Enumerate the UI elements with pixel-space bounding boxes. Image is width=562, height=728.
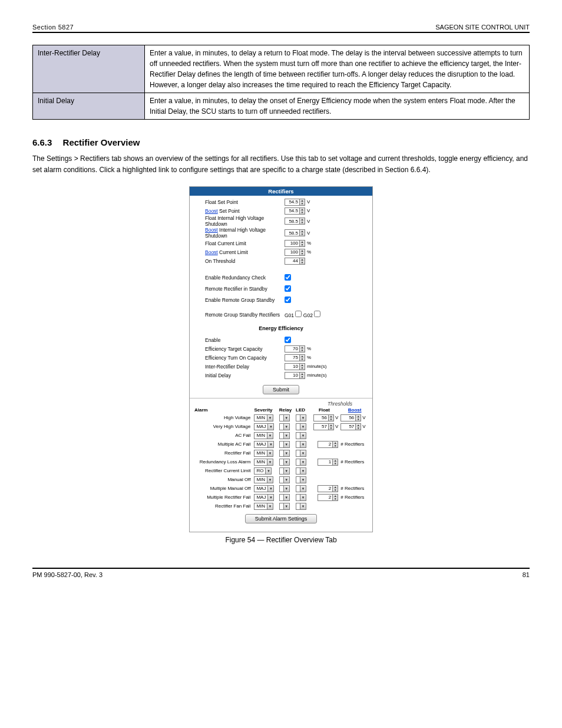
setting-1-input[interactable] bbox=[285, 208, 299, 214]
chevron-down-icon[interactable]: ▼ bbox=[283, 450, 289, 456]
setting-2-input[interactable] bbox=[285, 218, 299, 224]
chevron-down-icon[interactable]: ▼ bbox=[300, 424, 306, 430]
alarm-8-float-input[interactable] bbox=[318, 486, 332, 492]
ee-4-spinner[interactable]: ▲▼ bbox=[285, 372, 305, 379]
spinner-down-icon[interactable]: ▼ bbox=[333, 489, 338, 492]
alarm-2-sev-select[interactable]: MIN ▼ bbox=[254, 432, 273, 439]
alarm-9-led-select[interactable]: ▼ bbox=[296, 494, 306, 501]
alarm-10-relay-select[interactable]: ▼ bbox=[279, 503, 290, 510]
submit-button[interactable]: Submit bbox=[263, 385, 299, 394]
alarm-1-sev-select[interactable]: MAJ ▼ bbox=[254, 423, 274, 430]
chevron-down-icon[interactable]: ▼ bbox=[283, 468, 289, 474]
ee-1-spinner[interactable]: ▲▼ bbox=[285, 345, 305, 353]
spinner-down-icon[interactable]: ▼ bbox=[333, 462, 338, 465]
boost-link[interactable]: Boost bbox=[205, 227, 218, 233]
alarm-5-led-select[interactable]: ▼ bbox=[296, 459, 306, 466]
alarm-2-led-select[interactable]: ▼ bbox=[296, 432, 306, 439]
alarm-0-boost-spinner[interactable]: ▲▼ bbox=[340, 414, 361, 421]
ee-3-input[interactable] bbox=[285, 364, 299, 370]
check-0-checkbox[interactable] bbox=[285, 274, 291, 281]
ee-4-input[interactable] bbox=[285, 373, 299, 378]
spinner-down-icon[interactable]: ▼ bbox=[300, 211, 305, 214]
setting-3-spinner[interactable]: ▲▼ bbox=[285, 229, 305, 236]
chevron-down-icon[interactable]: ▼ bbox=[283, 433, 289, 439]
alarm-4-sev-select[interactable]: MIN ▼ bbox=[254, 450, 273, 457]
alarm-0-relay-select[interactable]: ▼ bbox=[279, 414, 290, 421]
alarm-5-relay-select[interactable]: ▼ bbox=[279, 459, 290, 466]
alarm-1-float-input[interactable] bbox=[314, 424, 328, 430]
alarm-8-led-select[interactable]: ▼ bbox=[296, 485, 306, 492]
spinner-down-icon[interactable]: ▼ bbox=[300, 233, 305, 236]
chevron-down-icon[interactable]: ▼ bbox=[267, 424, 273, 430]
alarm-6-sev-select[interactable]: RO ▼ bbox=[254, 467, 272, 475]
alarm-5-float-spinner[interactable]: ▲▼ bbox=[318, 459, 338, 466]
spinner-down-icon[interactable]: ▼ bbox=[300, 202, 305, 205]
chevron-down-icon[interactable]: ▼ bbox=[265, 468, 271, 474]
spinner-down-icon[interactable]: ▼ bbox=[329, 427, 333, 430]
alarm-3-sev-select[interactable]: MAJ ▼ bbox=[254, 441, 274, 448]
alarm-9-float-input[interactable] bbox=[318, 495, 332, 500]
chevron-down-icon[interactable]: ▼ bbox=[300, 503, 306, 509]
chevron-down-icon[interactable]: ▼ bbox=[283, 442, 289, 447]
chevron-down-icon[interactable]: ▼ bbox=[300, 433, 306, 439]
setting-6-spinner[interactable]: ▲▼ bbox=[285, 258, 305, 265]
alarm-9-sev-select[interactable]: MAJ ▼ bbox=[254, 494, 274, 501]
alarm-1-relay-select[interactable]: ▼ bbox=[279, 423, 290, 430]
spinner-down-icon[interactable]: ▼ bbox=[333, 498, 338, 500]
alarm-8-sev-select[interactable]: MAJ ▼ bbox=[254, 485, 274, 492]
chevron-down-icon[interactable]: ▼ bbox=[300, 450, 306, 456]
alarm-2-relay-select[interactable]: ▼ bbox=[279, 432, 290, 439]
chevron-down-icon[interactable]: ▼ bbox=[267, 459, 273, 465]
ee-2-spinner[interactable]: ▲▼ bbox=[285, 354, 305, 361]
col-boost-link[interactable]: Boost bbox=[348, 407, 362, 413]
alarm-6-relay-select[interactable]: ▼ bbox=[279, 467, 290, 475]
chevron-down-icon[interactable]: ▼ bbox=[300, 468, 306, 474]
standby-g01-checkbox[interactable] bbox=[295, 311, 302, 317]
alarm-3-float-input[interactable] bbox=[318, 442, 332, 447]
alarm-1-boost-input[interactable] bbox=[341, 424, 355, 430]
alarm-0-sev-select[interactable]: MIN ▼ bbox=[254, 414, 273, 421]
setting-4-input[interactable] bbox=[285, 241, 299, 246]
chevron-down-icon[interactable]: ▼ bbox=[267, 477, 273, 483]
setting-4-spinner[interactable]: ▲▼ bbox=[285, 240, 305, 247]
ee-3-spinner[interactable]: ▲▼ bbox=[285, 363, 305, 370]
alarm-5-float-input[interactable] bbox=[318, 459, 332, 465]
alarm-0-led-select[interactable]: ▼ bbox=[296, 414, 306, 421]
alarm-0-boost-input[interactable] bbox=[341, 415, 355, 421]
alarm-7-sev-select[interactable]: MIN ▼ bbox=[254, 476, 273, 483]
alarm-8-float-spinner[interactable]: ▲▼ bbox=[318, 485, 338, 492]
spinner-down-icon[interactable]: ▼ bbox=[300, 221, 305, 224]
alarm-10-led-select[interactable]: ▼ bbox=[296, 503, 306, 510]
setting-0-spinner[interactable]: ▲▼ bbox=[285, 199, 305, 206]
alarm-1-led-select[interactable]: ▼ bbox=[296, 423, 306, 430]
setting-1-spinner[interactable]: ▲▼ bbox=[285, 207, 305, 215]
chevron-down-icon[interactable]: ▼ bbox=[283, 415, 289, 421]
check-1-checkbox[interactable] bbox=[285, 285, 291, 292]
chevron-down-icon[interactable]: ▼ bbox=[267, 495, 273, 500]
alarm-9-float-spinner[interactable]: ▲▼ bbox=[318, 494, 338, 501]
chevron-down-icon[interactable]: ▼ bbox=[300, 495, 306, 500]
setting-3-input[interactable] bbox=[285, 230, 299, 236]
alarm-5-sev-select[interactable]: MIN ▼ bbox=[254, 459, 273, 466]
chevron-down-icon[interactable]: ▼ bbox=[300, 415, 306, 421]
spinner-down-icon[interactable]: ▼ bbox=[333, 444, 338, 447]
boost-link[interactable]: Boost bbox=[205, 208, 218, 214]
chevron-down-icon[interactable]: ▼ bbox=[267, 503, 273, 509]
alarm-9-relay-select[interactable]: ▼ bbox=[279, 494, 290, 501]
spinner-down-icon[interactable]: ▼ bbox=[300, 252, 305, 255]
spinner-down-icon[interactable]: ▼ bbox=[300, 261, 305, 264]
alarm-3-relay-select[interactable]: ▼ bbox=[279, 441, 290, 448]
alarm-10-sev-select[interactable]: MIN ▼ bbox=[254, 503, 273, 510]
chevron-down-icon[interactable]: ▼ bbox=[300, 486, 306, 492]
chevron-down-icon[interactable]: ▼ bbox=[267, 450, 273, 456]
chevron-down-icon[interactable]: ▼ bbox=[283, 477, 289, 483]
alarm-4-led-select[interactable]: ▼ bbox=[296, 450, 306, 457]
spinner-down-icon[interactable]: ▼ bbox=[300, 358, 305, 361]
spinner-down-icon[interactable]: ▼ bbox=[356, 427, 361, 430]
standby-g02-checkbox[interactable] bbox=[314, 311, 320, 317]
chevron-down-icon[interactable]: ▼ bbox=[300, 459, 306, 465]
ee-1-input[interactable] bbox=[285, 346, 299, 352]
spinner-down-icon[interactable]: ▼ bbox=[300, 375, 305, 378]
alarm-6-led-select[interactable]: ▼ bbox=[296, 467, 306, 475]
chevron-down-icon[interactable]: ▼ bbox=[267, 415, 273, 421]
